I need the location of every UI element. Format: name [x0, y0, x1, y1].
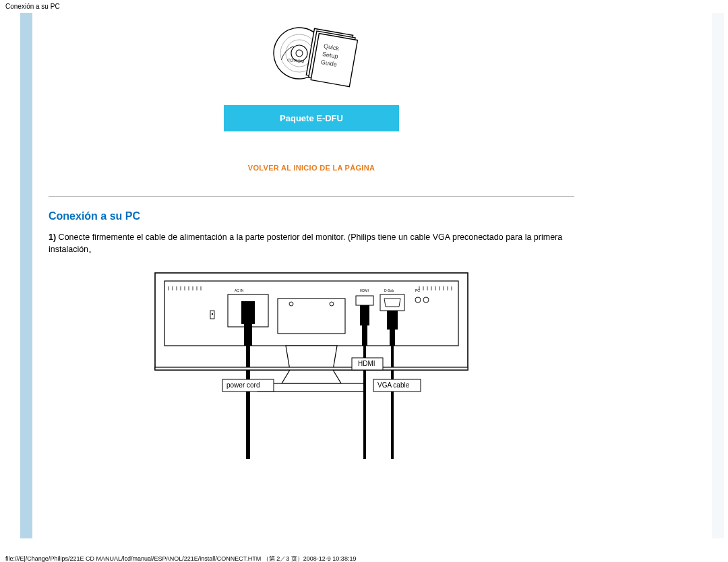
svg-text:PC: PC [415, 288, 420, 292]
svg-rect-46 [356, 296, 373, 305]
svg-rect-53 [387, 311, 398, 330]
svg-marker-43 [282, 370, 341, 383]
svg-rect-39 [278, 299, 345, 334]
step-text: Conecte firmemente el cable de alimentac… [49, 232, 562, 254]
svg-text:D-Sub: D-Sub [384, 288, 394, 292]
svg-rect-37 [244, 324, 252, 346]
svg-rect-47 [360, 305, 369, 325]
edfu-illustration: CD-ROM Quick Setup Guide [35, 13, 588, 94]
svg-rect-8 [311, 34, 357, 87]
step-1-instruction: 1) Conecte firmemente el cable de alimen… [49, 232, 574, 255]
svg-text:HDMI: HDMI [360, 288, 369, 292]
svg-rect-55 [391, 346, 394, 459]
hdmi-label-text: HDMI [358, 360, 375, 367]
cd-guide-icon: CD-ROM Quick Setup Guide [248, 20, 375, 92]
content-area: CD-ROM Quick Setup Guide Paquete E-DFU V… [32, 13, 590, 538]
page-footer-path: file:///E|/Change/Philips/221E CD MANUAL… [0, 538, 728, 562]
power-cord-label-text: power cord [226, 381, 260, 389]
edfu-label-box: Paquete E-DFU [224, 105, 399, 131]
section-divider [49, 196, 574, 197]
step-number: 1) [49, 232, 56, 242]
back-to-top-link[interactable]: VOLVER AL INICIO DE LA PÁGINA [35, 131, 588, 196]
svg-rect-36 [241, 301, 255, 324]
svg-marker-52 [384, 299, 400, 307]
svg-marker-42 [286, 346, 337, 370]
svg-rect-54 [390, 330, 395, 346]
page-header-title: Conexión a su PC [0, 0, 728, 13]
svg-point-33 [212, 313, 213, 315]
left-sidebar-stripe [20, 13, 32, 538]
section-title: Conexión a su PC [49, 210, 574, 222]
svg-text:AC IN: AC IN [235, 288, 244, 292]
vga-cable-label-text: VGA cable [377, 381, 410, 389]
svg-rect-48 [362, 325, 367, 346]
monitor-back-illustration: AC IN [35, 262, 588, 462]
right-sidebar-stripe [712, 13, 724, 538]
svg-rect-59 [155, 367, 468, 370]
monitor-diagram-icon: AC IN [136, 272, 487, 460]
svg-rect-38 [246, 346, 250, 459]
page-wrapper: CD-ROM Quick Setup Guide Paquete E-DFU V… [0, 13, 728, 538]
